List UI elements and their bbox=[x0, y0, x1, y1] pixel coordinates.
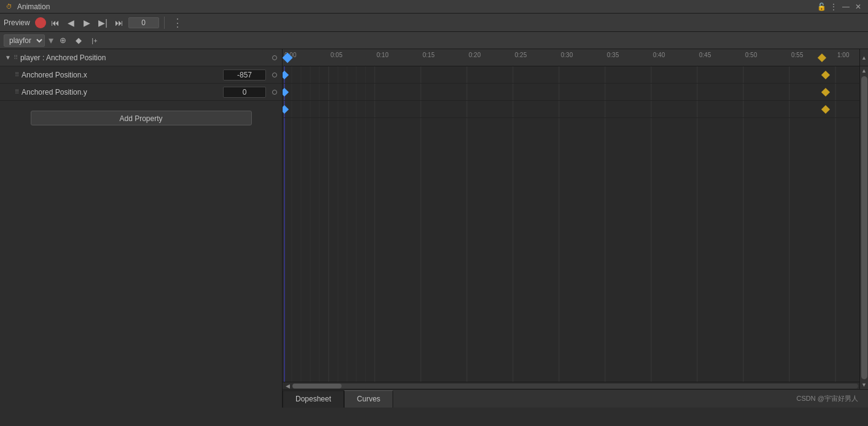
diamond-button[interactable]: ◆ bbox=[72, 34, 85, 47]
track-row-x: ⠿ Anchored Position.x bbox=[0, 66, 282, 84]
window-title: Animation bbox=[17, 2, 816, 11]
drag-handle-x-icon: ⠿ bbox=[15, 71, 19, 78]
step-back-button[interactable]: ◀ bbox=[65, 16, 78, 30]
minimize-icon[interactable]: — bbox=[841, 2, 851, 12]
ruler-tick-8: 0:40 bbox=[651, 49, 665, 66]
ruler-label-5: 0:25 bbox=[513, 52, 526, 58]
timeline-row-y bbox=[283, 101, 868, 118]
scroll-down-button[interactable]: ▼ bbox=[860, 381, 869, 389]
dot-circle-y-icon bbox=[272, 90, 277, 95]
keyframe-y-end[interactable] bbox=[821, 105, 830, 114]
ruler-label-8: 0:40 bbox=[651, 52, 665, 58]
h-scrollbar: ◀ bbox=[283, 382, 859, 389]
ruler-label-12: 1:00 bbox=[835, 52, 849, 58]
ruler-tick-12: 1:00 bbox=[835, 49, 849, 66]
skip-end-button[interactable]: ⏭ bbox=[112, 16, 126, 30]
timeline-body[interactable] bbox=[283, 66, 868, 408]
track-name-y: Anchored Position.y bbox=[22, 88, 223, 97]
drag-handle-y-icon: ⠿ bbox=[15, 89, 19, 95]
ruler-label-2: 0:10 bbox=[375, 52, 388, 58]
more-icon[interactable]: ⋮ bbox=[829, 2, 839, 12]
dot-circle-icon bbox=[272, 55, 277, 60]
keyframe-x-start[interactable] bbox=[283, 88, 289, 97]
close-icon[interactable]: ✕ bbox=[853, 2, 863, 12]
track-dot-y[interactable] bbox=[270, 87, 280, 97]
preview-label: Preview bbox=[4, 18, 30, 27]
ruler-keyframe-end[interactable] bbox=[818, 53, 826, 62]
add-key-button[interactable]: |+ bbox=[88, 34, 101, 47]
ruler-container: 0:00 0:05 0:10 0:15 0:20 0:25 0: bbox=[283, 49, 868, 66]
add-property-button[interactable]: Add Property bbox=[31, 111, 252, 125]
value-input-x[interactable] bbox=[223, 69, 266, 81]
timeline-row-parent bbox=[283, 66, 868, 84]
scroll-up-button[interactable]: ▲ bbox=[860, 66, 869, 75]
separator bbox=[164, 17, 165, 29]
ruler-label-1: 0:05 bbox=[329, 52, 342, 58]
ruler-tick-10: 0:50 bbox=[743, 49, 757, 66]
track-dot-parent[interactable] bbox=[270, 53, 280, 63]
ruler-tick-9: 0:45 bbox=[697, 49, 711, 66]
timeline-row-x bbox=[283, 84, 868, 101]
v-scrollbar-thumb[interactable] bbox=[861, 76, 867, 379]
ruler-tick-4: 0:20 bbox=[467, 49, 480, 66]
animation-icon: ⏱ bbox=[5, 2, 14, 11]
ruler-label-4: 0:20 bbox=[467, 52, 480, 58]
v-scrollbar: ▲ ▼ bbox=[859, 66, 868, 389]
main-toolbar: Preview ⏮ ◀ ▶ ▶| ⏭ ⋮ bbox=[0, 14, 868, 32]
dot-circle-x-icon bbox=[272, 73, 277, 77]
title-bar: ⏱ Animation 🔓 ⋮ — ✕ bbox=[0, 0, 868, 14]
play-mode-dropdown[interactable]: playfor bbox=[4, 34, 45, 47]
ruler-label-9: 0:45 bbox=[697, 52, 711, 58]
bottom-bar-info: CSDN @宇宙好男人 bbox=[797, 394, 858, 403]
h-scrollbar-track bbox=[292, 384, 858, 389]
ruler-tick-1: 0:05 bbox=[329, 49, 342, 66]
play-button[interactable]: ▶ bbox=[80, 16, 94, 30]
parent-track-name: player : Anchored Position bbox=[20, 53, 270, 62]
ruler-tick-2: 0:10 bbox=[375, 49, 388, 66]
main-content: ▼ ⠿ player : Anchored Position ⠿ Anchore… bbox=[0, 49, 868, 408]
right-panel: 0:00 0:05 0:10 0:15 0:20 0:25 0: bbox=[283, 49, 868, 408]
keyframe-y-start[interactable] bbox=[283, 105, 289, 114]
crosshair-button[interactable]: ⊕ bbox=[56, 34, 69, 47]
ruler-tick-6: 0:30 bbox=[559, 49, 573, 66]
time-input[interactable] bbox=[128, 17, 159, 28]
track-row-parent: ▼ ⠿ player : Anchored Position bbox=[0, 49, 282, 66]
record-button[interactable] bbox=[35, 17, 46, 28]
keyframe-x-end[interactable] bbox=[821, 88, 830, 97]
toolbar-more-button[interactable]: ⋮ bbox=[170, 16, 186, 30]
value-input-y[interactable] bbox=[223, 87, 266, 98]
expand-arrow-icon[interactable]: ▼ bbox=[5, 54, 11, 61]
keyframe-parent-end[interactable] bbox=[821, 71, 830, 79]
bottom-bar: Dopesheet Curves CSDN @宇宙好男人 bbox=[283, 389, 868, 408]
track-row-y: ⠿ Anchored Position.y bbox=[0, 84, 282, 101]
skip-start-button[interactable]: ⏮ bbox=[49, 16, 62, 30]
tab-dopesheet[interactable]: Dopesheet bbox=[283, 390, 344, 408]
ruler-tick-11: 0:55 bbox=[789, 49, 803, 66]
left-panel: ▼ ⠿ player : Anchored Position ⠿ Anchore… bbox=[0, 49, 283, 408]
add-property-container: Add Property bbox=[0, 106, 282, 130]
scrollbar-up-button[interactable]: ▲ bbox=[859, 49, 868, 66]
ruler-label-7: 0:35 bbox=[605, 52, 619, 58]
ruler-label-11: 0:55 bbox=[789, 52, 803, 58]
keyframe-parent-start[interactable] bbox=[283, 71, 289, 79]
ruler-label-10: 0:50 bbox=[743, 52, 757, 58]
ruler-tick-7: 0:35 bbox=[605, 49, 619, 66]
lock-icon[interactable]: 🔓 bbox=[816, 2, 826, 12]
window-controls: 🔓 ⋮ — ✕ bbox=[816, 2, 863, 12]
secondary-toolbar: playfor ▾ ⊕ ◆ |+ bbox=[0, 32, 868, 49]
timeline-ruler: 0:00 0:05 0:10 0:15 0:20 0:25 0: bbox=[283, 49, 868, 66]
drag-handle-icon: ⠿ bbox=[14, 54, 18, 61]
ruler-tick-5: 0:25 bbox=[513, 49, 526, 66]
ruler-label-6: 0:30 bbox=[559, 52, 573, 58]
h-scrollbar-thumb[interactable] bbox=[292, 384, 342, 389]
step-forward-button[interactable]: ▶| bbox=[96, 16, 110, 30]
track-dot-x[interactable] bbox=[270, 70, 280, 80]
ruler-label-3: 0:15 bbox=[421, 52, 434, 58]
track-name-x: Anchored Position.x bbox=[22, 71, 223, 79]
scroll-left-button[interactable]: ◀ bbox=[284, 383, 291, 389]
dropdown-arrow-icon: ▾ bbox=[49, 34, 53, 46]
tab-curves[interactable]: Curves bbox=[344, 390, 393, 408]
ruler-tick-3: 0:15 bbox=[421, 49, 434, 66]
